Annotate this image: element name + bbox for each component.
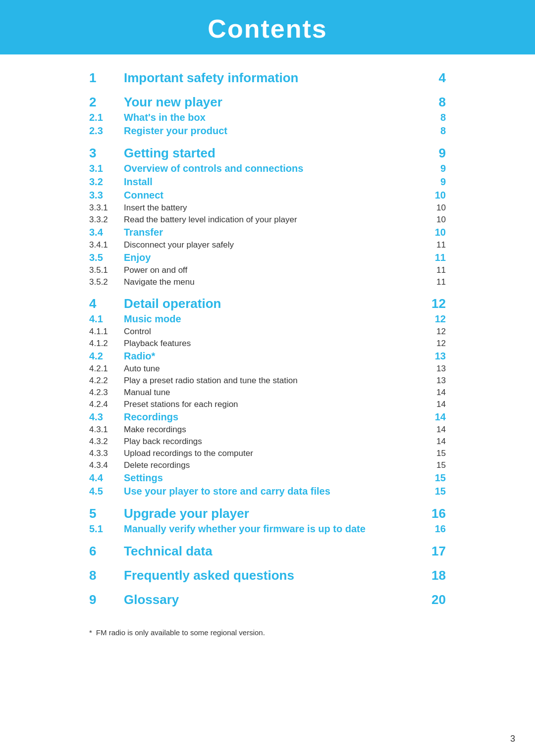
toc-label: Upgrade your player [124, 506, 426, 521]
toc-row: 3.4.1Disconnect your player safely11 [89, 239, 446, 251]
toc-page: 10 [426, 203, 446, 213]
toc-label: Play back recordings [124, 437, 426, 447]
toc-spacer [89, 87, 446, 94]
toc-page: 12 [426, 296, 446, 311]
toc-number: 4.2.3 [89, 388, 124, 398]
toc-row: 4.5Use your player to store and carry da… [89, 485, 446, 498]
toc-label: Preset stations for each region [124, 400, 426, 409]
toc-number: 3.4.1 [89, 240, 124, 250]
toc-number: 3.5 [89, 252, 124, 263]
toc-label: Transfer [124, 227, 426, 238]
toc-page: 15 [426, 472, 446, 484]
toc-row: 3.5.1Power on and off11 [89, 264, 446, 276]
toc-page: 13 [426, 364, 446, 374]
toc-number: 6 [89, 544, 124, 559]
toc-spacer [89, 584, 446, 591]
toc-row: 4Detail operation12 [89, 295, 446, 312]
toc-row: 4.2.1Auto tune13 [89, 363, 446, 375]
toc-page: 14 [426, 425, 446, 435]
toc-number: 3.5.2 [89, 277, 124, 287]
toc-label: Music mode [124, 313, 426, 325]
toc-row: 2.3Register your product8 [89, 124, 446, 138]
toc-spacer [89, 138, 446, 145]
toc-number: 3 [89, 146, 124, 161]
toc-number: 3.3 [89, 190, 124, 201]
toc-row: 4.1Music mode12 [89, 312, 446, 326]
header-bar: Contents [0, 0, 535, 54]
toc-label: Radio* [124, 351, 426, 362]
footnote-text: FM radio is only available to some regio… [96, 628, 265, 637]
page-title: Contents [0, 14, 535, 44]
toc-label: Getting started [124, 146, 426, 161]
toc-number: 4.3.2 [89, 437, 124, 447]
toc-page: 10 [426, 190, 446, 201]
toc-number: 3.5.1 [89, 265, 124, 275]
toc-number: 4.2.2 [89, 376, 124, 386]
toc-page: 12 [426, 313, 446, 325]
toc-label: Glossary [124, 592, 426, 607]
toc-page: 14 [426, 437, 446, 447]
toc-number: 5.1 [89, 523, 124, 535]
toc-row: 6Technical data17 [89, 543, 446, 560]
toc-number: 3.2 [89, 176, 124, 188]
toc-page: 17 [426, 544, 446, 559]
toc-page: 14 [426, 388, 446, 398]
toc-row: 4.1.2Playback features12 [89, 338, 446, 350]
footnote-star: * [89, 628, 92, 637]
toc-row: 1Important safety information4 [89, 69, 446, 87]
toc-page: 9 [426, 163, 446, 174]
toc-spacer [89, 560, 446, 567]
toc-row: 3.5.2Navigate the menu11 [89, 276, 446, 288]
toc-row: 4.4Settings15 [89, 471, 446, 485]
toc-label: Settings [124, 472, 426, 484]
toc-number: 9 [89, 592, 124, 607]
toc-label: Upload recordings to the computer [124, 449, 426, 458]
toc-row: 4.2.2Play a preset radio station and tun… [89, 375, 446, 387]
toc-number: 3.1 [89, 163, 124, 174]
toc-row: 3.4Transfer10 [89, 226, 446, 239]
toc-spacer [89, 498, 446, 505]
footnote: * FM radio is only available to some reg… [89, 628, 446, 637]
toc-label: Important safety information [124, 70, 426, 86]
toc-label: Recordings [124, 411, 426, 423]
toc-number: 4 [89, 296, 124, 311]
toc-row: 2Your new player8 [89, 94, 446, 111]
toc-row: 4.3.3Upload recordings to the computer15 [89, 448, 446, 459]
toc-number: 4.3.4 [89, 460, 124, 470]
toc-page: 20 [426, 592, 446, 607]
toc-content: 1Important safety information42Your new … [0, 54, 535, 666]
toc-label: Control [124, 327, 426, 337]
toc-label: Connect [124, 190, 426, 201]
toc-label: Register your product [124, 125, 426, 137]
toc-row: 3.3.1Insert the battery10 [89, 202, 446, 214]
toc-row: 4.3.1Make recordings14 [89, 424, 446, 436]
toc-label: Insert the battery [124, 203, 426, 213]
toc-row: 5Upgrade your player16 [89, 505, 446, 522]
toc-row: 8Frequently asked questions18 [89, 567, 446, 584]
toc-page: 13 [426, 376, 446, 386]
toc-page: 15 [426, 449, 446, 458]
toc-number: 4.3.1 [89, 425, 124, 435]
toc-page: 14 [426, 411, 446, 423]
toc-number: 5 [89, 506, 124, 521]
toc-row: 5.1Manually verify whether your firmware… [89, 522, 446, 536]
toc-page: 16 [426, 506, 446, 521]
toc-number: 8 [89, 568, 124, 583]
toc-number: 3.3.2 [89, 215, 124, 225]
toc-number: 4.2.1 [89, 364, 124, 374]
toc-label: Delete recordings [124, 460, 426, 470]
toc-page: 10 [426, 215, 446, 225]
toc-number: 4.1.2 [89, 339, 124, 349]
toc-row: 3.2Install9 [89, 175, 446, 189]
toc-label: Play a preset radio station and tune the… [124, 376, 426, 386]
toc-row: 2.1What's in the box8 [89, 111, 446, 124]
toc-row: 3Getting started9 [89, 145, 446, 162]
toc-page: 9 [426, 146, 446, 161]
toc-page: 14 [426, 400, 446, 409]
toc-page: 11 [426, 265, 446, 275]
toc-page: 8 [426, 95, 446, 110]
toc-page: 16 [426, 523, 446, 535]
toc-row: 4.2Radio*13 [89, 350, 446, 363]
toc-page: 11 [426, 252, 446, 263]
toc-page: 15 [426, 486, 446, 497]
